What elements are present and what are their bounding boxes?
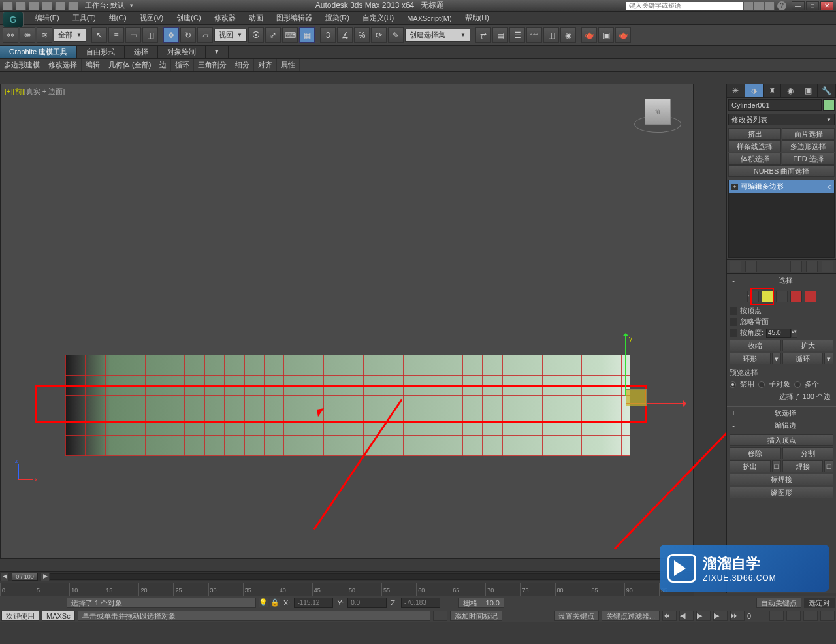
keyfilter-button[interactable]: 关键点过滤器... [602,611,660,621]
ref-coord[interactable]: 视图▼ [214,29,247,42]
bulb-icon[interactable]: 💡 [259,598,268,607]
viewport-front[interactable]: [+][前][真实 + 边面] 前 y z x [0,84,694,559]
element-mode-icon[interactable] [805,291,816,302]
mod-ffdsel[interactable]: FFD 选择 [782,153,835,165]
coord-y[interactable]: 0.0 [347,598,387,608]
subtab-loop[interactable]: 循环 [171,59,194,71]
subtab-subdiv[interactable]: 细分 [231,59,254,71]
hierarchy-tab-icon[interactable]: ♜ [764,84,782,97]
gizmo-y-axis[interactable] [625,335,626,396]
menu-tools[interactable]: 工具(T) [66,12,103,24]
object-color-swatch[interactable] [823,99,835,111]
coord-z[interactable]: -70.183 [401,598,440,608]
border-mode-icon[interactable] [776,291,788,302]
utilities-tab-icon[interactable]: 🔧 [818,84,836,97]
ribbon-tab-selection[interactable]: 选择 [125,46,158,58]
pivot-icon[interactable]: ⦿ [248,27,264,43]
make-unique-icon[interactable] [790,261,802,272]
weld-settings[interactable]: □ [824,460,833,472]
minimize-button[interactable]: — [792,1,805,10]
link-tool-icon[interactable]: ⚯ [3,27,18,43]
grow-button[interactable]: 扩大 [782,340,834,351]
bind-space-icon[interactable]: ≋ [37,27,52,43]
mod-volsel[interactable]: 体积选择 [728,153,781,165]
edit-sel-icon[interactable]: ✎ [388,27,404,43]
search-input[interactable] [626,1,743,10]
mod-nurbs[interactable]: NURBS 曲面选择 [728,165,835,177]
subtab-props[interactable]: 属性 [277,59,300,71]
snap-3-icon[interactable]: 3 [320,27,336,43]
mirror-icon[interactable]: ⇄ [475,27,491,43]
by-vertex-check[interactable] [730,307,737,315]
nav-orbit-icon[interactable] [803,611,818,621]
spinner-snap-icon[interactable]: ⟳ [371,27,387,43]
menu-modifiers[interactable]: 修改器 [208,12,242,24]
ribbon-collapse-icon[interactable]: ▾ [206,46,229,58]
pin-stack-icon[interactable] [730,261,741,272]
create-tab-icon[interactable]: ✳ [727,84,745,97]
render-icon[interactable]: 🫖 [615,27,631,43]
modify-tab-icon[interactable]: ⬗ [745,84,764,97]
subtab-align[interactable]: 对齐 [254,59,277,71]
play-prev-icon[interactable]: ◀ [679,611,694,621]
workspace-selector[interactable]: 工作台: 默认 [85,1,125,10]
extrude-button[interactable]: 挤出 [730,460,771,472]
new-icon[interactable] [3,1,13,10]
ignore-back-check[interactable] [730,318,737,326]
menu-group[interactable]: 组(G) [103,12,133,24]
ribbon-tab-objpaint[interactable]: 对象绘制 [158,46,206,58]
weld-button[interactable]: 焊接 [782,460,824,472]
close-button[interactable]: ✕ [820,1,833,10]
ribbon-tab-freeform[interactable]: 自由形式 [77,46,125,58]
configure-icon[interactable] [822,261,833,272]
mod-facesel[interactable]: 面片选择 [782,128,835,140]
nav-max-icon[interactable] [820,611,835,621]
viewport-label[interactable]: [+][前][真实 + 边面] [5,87,65,97]
rollout-selection-header[interactable]: -选择 [727,274,836,286]
time-next-icon[interactable]: ▶ [40,572,50,581]
loop-button[interactable]: 循环 [782,353,824,364]
percent-snap-icon[interactable]: % [354,27,370,43]
select-icon[interactable]: ↖ [91,27,107,43]
select-name-icon[interactable]: ≡ [108,27,124,43]
move-icon[interactable]: ✥ [163,27,179,43]
menu-create[interactable]: 创建(C) [170,12,207,24]
menu-edit[interactable]: 编辑(E) [29,12,66,24]
menu-maxscript[interactable]: MAXScript(M) [400,13,458,24]
named-sel-set[interactable]: 创建选择集▼ [405,29,470,42]
poly-mode-icon[interactable] [790,291,802,302]
nav-zoom-icon[interactable] [786,611,801,621]
menu-render[interactable]: 渲染(R) [319,12,356,24]
viewcube[interactable]: 前 [645,99,671,125]
motion-tab-icon[interactable]: ◉ [781,84,799,97]
selection-filter[interactable]: 全部▼ [54,29,86,42]
render-frame-icon[interactable]: ▣ [598,27,614,43]
rotate-icon[interactable]: ↻ [180,27,196,43]
window-crossing-icon[interactable]: ◫ [142,27,158,43]
remove-mod-icon[interactable] [806,261,818,272]
preview-multi-radio[interactable] [794,381,801,388]
snap-2d-icon[interactable]: ▦ [299,27,315,43]
scale-icon[interactable]: ▱ [197,27,213,43]
subtab-geomall[interactable]: 几何体 (全部) [104,59,155,71]
time-track[interactable] [50,573,694,580]
app-logo[interactable] [3,12,24,27]
link-icon[interactable] [68,1,78,10]
remove-button[interactable]: 移除 [730,447,781,459]
menu-views[interactable]: 视图(V) [133,12,170,24]
ring-spinner[interactable]: ▾ [772,353,781,364]
ring-button[interactable]: 环形 [730,353,771,364]
stack-item-editpoly[interactable]: +可编辑多边形◁ [729,180,834,193]
lock-sel-icon[interactable] [433,611,447,621]
open-icon[interactable] [16,1,26,10]
undo-icon[interactable] [42,1,52,10]
align-icon[interactable]: ▤ [492,27,508,43]
play-end-icon[interactable]: ⏭ [730,611,745,621]
mod-polysel[interactable]: 多边形选择 [782,140,835,152]
material-icon[interactable]: ◉ [560,27,576,43]
current-frame[interactable]: 0 [747,612,767,620]
layers-icon[interactable]: ☰ [509,27,525,43]
subtab-poly[interactable]: 多边形建模 [0,59,44,71]
target-weld-button[interactable]: 标焊接 [730,474,833,485]
menu-help[interactable]: 帮助(H) [458,12,496,24]
